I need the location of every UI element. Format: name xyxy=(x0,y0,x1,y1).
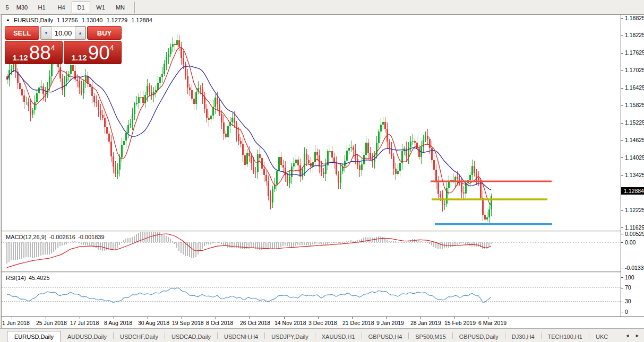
symbol-tab-usdchf[interactable]: USDCHF,Daily xyxy=(114,331,165,342)
date-tick-mark xyxy=(46,317,46,319)
rsi-axis-label: 30 xyxy=(625,298,631,304)
date-tick-mark xyxy=(454,317,454,319)
rsi-pane[interactable]: RSI(14)45.4025 xyxy=(2,273,621,317)
axis-tick-mark xyxy=(621,71,623,71)
current-price-badge: 1.12884 xyxy=(621,187,644,195)
axis-tick-mark xyxy=(621,175,623,176)
symbol-tab-ukc[interactable]: UKC xyxy=(589,331,614,342)
buy-price-big: 90 xyxy=(88,45,110,62)
date-tick-mark xyxy=(250,317,250,319)
volume-control: ▼ 10.00 ▲ xyxy=(40,26,86,40)
axis-tick-mark xyxy=(621,18,623,19)
date-label: 28 Jan 2019 xyxy=(410,320,441,326)
date-label: 14 Nov 2018 xyxy=(274,320,306,326)
price-tick-label: 1.17625 xyxy=(625,49,644,56)
symbol-tab-usdcad[interactable]: USDCAD,Daily xyxy=(165,331,217,342)
rsi-label: RSI(14)45.4025 xyxy=(6,275,53,281)
axis-tick-mark xyxy=(621,123,623,124)
timeframe-button-mn[interactable]: MN xyxy=(111,2,130,13)
axis-tick-mark xyxy=(621,242,623,243)
volume-increase-button[interactable]: ▲ xyxy=(75,27,85,39)
price-tick-label: 1.16425 xyxy=(625,84,644,91)
axis-tick-mark xyxy=(621,288,623,288)
price-tick-label: 1.11625 xyxy=(625,224,644,231)
rsi-level-lines xyxy=(2,288,621,302)
symbol-tab-sp500[interactable]: SP500,M15 xyxy=(409,331,452,342)
toolbar-separator xyxy=(134,2,135,13)
axis-tick-mark xyxy=(621,157,623,158)
date-label: 26 Oct 2018 xyxy=(240,320,270,326)
timeframe-button-w1[interactable]: W1 xyxy=(91,2,110,13)
date-label: 15 Feb 2019 xyxy=(444,320,476,326)
symbol-tab-dj30[interactable]: DJ30,H4 xyxy=(505,331,541,342)
price-tick-label: 1.14625 xyxy=(625,137,644,143)
macd-axis-label: 0.005294 xyxy=(625,231,644,237)
volume-input[interactable]: 10.00 xyxy=(51,27,75,39)
axis-tick-mark xyxy=(621,88,623,89)
symbol-tab-tech100[interactable]: TECH100,H1 xyxy=(542,331,589,342)
rsi-line xyxy=(7,288,491,302)
macd-axis-label: -0.013353 xyxy=(625,265,644,271)
buy-button[interactable]: BUY xyxy=(87,26,122,40)
rsi-name: RSI(14) xyxy=(6,275,26,281)
volume-decrease-button[interactable]: ▼ xyxy=(41,27,51,39)
symbol-tab-gbpusd[interactable]: GBPUSD,H4 xyxy=(362,331,409,342)
timeframe-buttons: 5M30H1H4D1W1MN xyxy=(0,0,130,14)
high-value: 1.13040 xyxy=(82,17,103,23)
timeframe-button-5[interactable]: 5 xyxy=(3,2,12,13)
date-label: 1 Jun 2018 xyxy=(2,320,30,326)
timeframe-button-h1[interactable]: H1 xyxy=(32,2,51,13)
date-label: 3 Dec 2018 xyxy=(308,320,337,326)
symbol-tab-audusd[interactable]: AUDUSD,Daily xyxy=(61,331,113,342)
macd-pane[interactable]: MACD(12,26,9)-0.002616-0.001839 xyxy=(2,232,621,271)
sell-button[interactable]: SELL xyxy=(5,26,39,40)
price-tick-label: 1.15825 xyxy=(625,102,644,108)
timeframe-button-h4[interactable]: H4 xyxy=(52,2,71,13)
timeframe-button-m30[interactable]: M30 xyxy=(13,2,31,13)
rsi-axis-label: 100 xyxy=(625,274,634,280)
date-tick-mark xyxy=(114,317,114,319)
buy-price-panel[interactable]: 1.12 90 4 xyxy=(64,41,122,64)
timeframe-button-d1[interactable]: D1 xyxy=(72,2,90,13)
date-axis[interactable]: 1 Jun 201825 Jun 201817 Jul 20188 Aug 20… xyxy=(2,317,644,329)
symbol-tab-gbpusd[interactable]: GBPUSD,Daily xyxy=(453,331,505,342)
symbol-tab-xauusd[interactable]: XAUUSD,H1 xyxy=(315,331,362,342)
axis-tick-mark xyxy=(621,277,623,278)
main-price-pane[interactable]: ▲ EURUSD,Daily 1.12756 1.13040 1.12729 1… xyxy=(2,15,621,231)
close-value: 1.12884 xyxy=(131,17,152,23)
date-tick-mark xyxy=(488,317,488,319)
rsi-value: 45.4025 xyxy=(29,275,50,281)
date-tick-mark xyxy=(386,317,387,319)
chart-ohlc-header: ▲ EURUSD,Daily 1.12756 1.13040 1.12729 1… xyxy=(6,17,152,23)
macd-axis-label: 0.00 xyxy=(625,239,636,245)
tabs-scroll-right-icon[interactable]: ► xyxy=(634,332,641,339)
date-tick-mark xyxy=(216,317,216,319)
axis-tick-mark xyxy=(621,234,623,234)
symbol-tab-eurusd[interactable]: EURUSD,Daily xyxy=(7,331,61,342)
price-axis[interactable]: 1.12884 1.188251.182251.176251.170251.16… xyxy=(621,15,644,317)
axis-tick-mark xyxy=(621,227,623,228)
date-label: 8 Aug 2018 xyxy=(104,320,132,326)
symbol-tab-usdjpy[interactable]: USDJPY,Daily xyxy=(265,331,315,342)
date-tick-mark xyxy=(318,317,319,319)
date-label: 8 Oct 2018 xyxy=(206,320,233,326)
date-label: 30 Aug 2018 xyxy=(138,320,169,326)
rsi-axis-label: 0 xyxy=(625,309,628,315)
axis-tick-mark xyxy=(621,140,623,141)
date-label: 21 Dec 2018 xyxy=(342,320,374,326)
axis-tick-mark xyxy=(621,312,623,312)
trading-terminal-window: 5M30H1H4D1W1MN ▲ EURUSD,Daily 1.12756 1.… xyxy=(0,0,644,342)
ma-fast-line xyxy=(7,48,491,205)
symbol-tab-usdcnh[interactable]: USDCNH,H4 xyxy=(218,331,264,342)
price-tick-label: 1.13425 xyxy=(625,172,644,178)
sell-price-pip: 4 xyxy=(51,44,55,51)
sell-price-big: 88 xyxy=(29,45,51,62)
macd-name: MACD(12,26,9) xyxy=(6,234,46,240)
sell-price-panel[interactable]: 1.12 88 4 xyxy=(5,41,63,64)
price-tick-label: 1.15225 xyxy=(625,119,644,126)
low-value: 1.12729 xyxy=(106,17,127,23)
date-tick-mark xyxy=(148,317,148,319)
tabs-scroll-left-icon[interactable]: ◄ xyxy=(624,332,631,339)
price-tick-label: 1.12225 xyxy=(625,207,644,213)
symbol-arrow-icon: ▲ xyxy=(6,18,10,22)
